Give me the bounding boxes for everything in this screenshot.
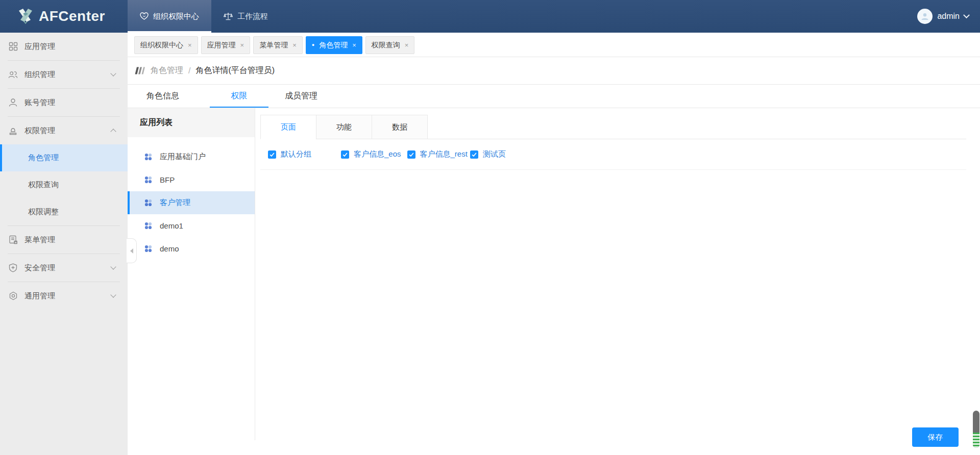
app-item-label: 客户管理 [160, 198, 190, 208]
app-item-customer-management[interactable]: 客户管理 [128, 191, 255, 214]
heart-smile-icon [140, 12, 149, 20]
checkbox-label: 客户信息_rest [420, 149, 468, 159]
sidebar-item-label: 通用管理 [24, 291, 55, 301]
avatar [917, 9, 933, 24]
close-icon[interactable]: × [292, 41, 297, 49]
workspace-tab-menu-management[interactable]: 菜单管理 × [253, 36, 303, 54]
sidebar-item-label: 权限查询 [28, 180, 59, 190]
breadcrumb-separator: / [188, 66, 190, 75]
permission-type-tabs: 页面 功能 数据 [260, 115, 966, 139]
sidebar-item-role-management[interactable]: 角色管理 [0, 144, 128, 171]
workspace-tab-permission-query[interactable]: 权限查询 × [365, 36, 415, 54]
chevron-left-icon [130, 248, 133, 254]
checkbox-checked-icon[interactable] [268, 150, 276, 159]
tab-data[interactable]: 数据 [372, 115, 428, 139]
sidebar-item-label: 应用管理 [24, 42, 55, 52]
checkbox-label: 测试页 [483, 149, 506, 159]
tab-pages[interactable]: 页面 [260, 115, 316, 139]
close-icon[interactable]: × [405, 41, 409, 49]
sidebar-item-label: 组织管理 [24, 70, 55, 80]
sidebar-item-label: 安全管理 [24, 263, 55, 273]
tab-role-info[interactable]: 角色信息 [146, 85, 210, 108]
nav-item-org-permission-center[interactable]: 组织权限中心 [128, 0, 211, 33]
breadcrumb-current: 角色详情(平台管理员) [195, 65, 275, 76]
checkbox-customer-info-eos[interactable]: 客户信息_eos [341, 149, 401, 159]
sidebar-item-label: 菜单管理 [24, 235, 55, 245]
app-dots-icon [144, 245, 152, 252]
permission-pane: 页面 功能 数据 默认分组 客户信息_eos [255, 108, 980, 455]
tab-member-management[interactable]: 成员管理 [268, 85, 334, 108]
checkbox-checked-icon[interactable] [470, 150, 478, 159]
app-item-bfp[interactable]: BFP [128, 168, 255, 191]
save-button[interactable]: 保存 [912, 427, 959, 447]
sidebar-item-permission-adjust[interactable]: 权限调整 [0, 198, 128, 225]
app-dots-icon [144, 176, 152, 184]
workspace-tab-label: 权限查询 [372, 41, 400, 50]
app-list-title: 应用列表 [128, 108, 255, 137]
sidebar-item-org-management[interactable]: 组织管理 [0, 61, 128, 88]
checkbox-customer-info-rest[interactable]: 客户信息_rest [407, 149, 468, 159]
app-item-demo1[interactable]: demo1 [128, 214, 255, 237]
app-item-demo[interactable]: demo [128, 237, 255, 260]
sidebar-item-label: 权限管理 [24, 126, 55, 136]
close-icon[interactable]: × [240, 41, 244, 49]
sidebar-item-app-management[interactable]: 应用管理 [0, 33, 128, 60]
sidebar-item-security-management[interactable]: 安全管理 [0, 254, 128, 282]
chevron-down-icon [110, 70, 116, 76]
sidebar-collapse-handle[interactable] [127, 238, 137, 263]
sidebar-item-general-management[interactable]: 通用管理 [0, 282, 128, 310]
checkbox-checked-icon[interactable] [341, 150, 349, 159]
workspace-tab-strip: 组织权限中心 × 应用管理 × 菜单管理 × ● 角色管理 × 权限查询 × [128, 33, 980, 57]
close-icon[interactable]: × [188, 41, 192, 49]
workspace-tab-role-management[interactable]: ● 角色管理 × [306, 36, 362, 54]
slashes-icon [134, 66, 145, 75]
app-dots-icon [144, 153, 152, 161]
team-icon [8, 70, 18, 80]
nav-item-label: 工作流程 [237, 12, 268, 21]
workspace-tab-app-management[interactable]: 应用管理 × [201, 36, 251, 54]
sidebar-item-account-management[interactable]: 账号管理 [0, 89, 128, 116]
user-icon [8, 98, 18, 108]
sidebar-item-permission-management[interactable]: 权限管理 [0, 117, 128, 144]
menu-doc-icon [8, 235, 18, 245]
breadcrumb-parent[interactable]: 角色管理 [151, 65, 183, 76]
logo-text: AFCenter [39, 8, 105, 24]
circle-dot-icon [8, 291, 18, 301]
app-logo[interactable]: AFCenter [17, 0, 105, 33]
app-list: 应用基础门户 BFP 客户管理 [128, 145, 255, 260]
app-list-panel: 应用列表 应用基础门户 BFP [128, 108, 255, 440]
close-icon[interactable]: × [352, 41, 356, 49]
chevron-up-icon [110, 129, 116, 134]
nav-item-label: 组织权限中心 [153, 12, 199, 21]
username: admin [937, 12, 960, 21]
app-item-base-portal[interactable]: 应用基础门户 [128, 145, 255, 168]
breadcrumb: 角色管理 / 角色详情(平台管理员) [128, 57, 980, 85]
page-permission-checkbox-row: 默认分组 客户信息_eos 客户信息_rest [260, 139, 966, 170]
app-item-label: demo1 [160, 221, 183, 230]
chevron-down-icon [110, 292, 116, 297]
tab-permissions[interactable]: 权限 [210, 85, 268, 108]
active-dot-icon: ● [312, 43, 314, 47]
checkbox-default-group[interactable]: 默认分组 [268, 149, 311, 159]
sidebar-item-label: 账号管理 [24, 98, 55, 108]
checkbox-test-page[interactable]: 测试页 [470, 149, 506, 159]
sidebar: 应用管理 组织管理 账号管理 权限管理 角色管理 [0, 33, 128, 455]
workspace-tab-label: 菜单管理 [259, 41, 288, 50]
user-menu[interactable]: admin [917, 0, 969, 33]
tab-functions[interactable]: 功能 [316, 115, 372, 139]
afcenter-logo-icon [17, 7, 34, 26]
checkbox-checked-icon[interactable] [407, 150, 415, 159]
chevron-down-icon [963, 12, 970, 18]
app-item-label: BFP [160, 175, 175, 184]
app-item-label: 应用基础门户 [160, 152, 206, 162]
nav-item-workflow[interactable]: 工作流程 [211, 0, 280, 33]
vertical-scrollbar-thumb[interactable] [973, 411, 979, 448]
workspace-tab-label: 角色管理 [319, 41, 348, 50]
appstore-icon [8, 42, 18, 52]
checkbox-label: 客户信息_eos [354, 149, 401, 159]
scrollbar-green-stripes [973, 433, 979, 448]
sidebar-item-label: 权限调整 [28, 207, 59, 217]
sidebar-item-permission-query[interactable]: 权限查询 [0, 171, 128, 198]
sidebar-item-menu-management[interactable]: 菜单管理 [0, 226, 128, 254]
workspace-tab-org-permission-center[interactable]: 组织权限中心 × [134, 36, 198, 54]
